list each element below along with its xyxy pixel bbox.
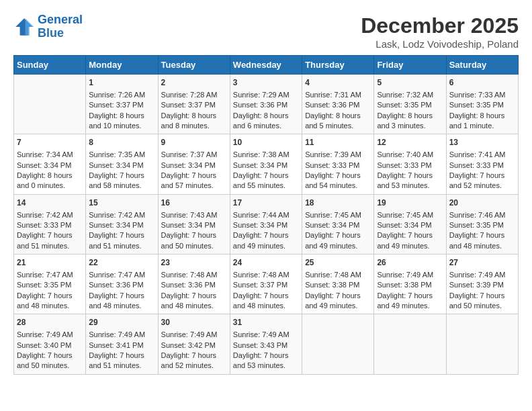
daylight-text: Daylight: 8 hours and 3 minutes. [377, 111, 443, 132]
calendar-cell: 24Sunrise: 7:48 AMSunset: 3:37 PMDayligh… [230, 255, 302, 314]
week-row-4: 28Sunrise: 7:49 AMSunset: 3:40 PMDayligh… [14, 314, 519, 374]
day-number: 11 [305, 137, 371, 148]
day-number: 17 [233, 197, 299, 209]
sunset-text: Sunset: 3:38 PM [377, 280, 443, 290]
calendar-cell: 15Sunrise: 7:42 AMSunset: 3:34 PMDayligh… [86, 194, 158, 254]
day-number: 6 [449, 77, 515, 89]
day-number: 5 [377, 77, 443, 89]
calendar-cell: 4Sunrise: 7:31 AMSunset: 3:36 PMDaylight… [302, 75, 374, 134]
daylight-text: Daylight: 7 hours and 55 minutes. [233, 171, 299, 191]
daylight-text: Daylight: 7 hours and 49 minutes. [377, 291, 443, 312]
week-row-2: 14Sunrise: 7:42 AMSunset: 3:33 PMDayligh… [14, 194, 519, 254]
sunset-text: Sunset: 3:36 PM [89, 280, 154, 290]
day-number: 9 [161, 137, 227, 148]
daylight-text: Daylight: 7 hours and 49 minutes. [305, 291, 371, 312]
sunrise-text: Sunrise: 7:35 AM [89, 150, 154, 160]
sunrise-text: Sunrise: 7:28 AM [161, 90, 227, 100]
header-wednesday: Wednesday [230, 56, 302, 75]
header-sunday: Sunday [14, 56, 86, 75]
calendar-cell: 26Sunrise: 7:49 AMSunset: 3:38 PMDayligh… [374, 255, 446, 314]
sunrise-text: Sunrise: 7:26 AM [89, 90, 154, 100]
sunset-text: Sunset: 3:35 PM [449, 100, 515, 110]
sunrise-text: Sunrise: 7:48 AM [161, 270, 227, 280]
sunset-text: Sunset: 3:35 PM [17, 280, 83, 290]
calendar-cell: 12Sunrise: 7:40 AMSunset: 3:33 PMDayligh… [374, 134, 446, 194]
sunset-text: Sunset: 3:39 PM [449, 280, 515, 290]
sunrise-text: Sunrise: 7:49 AM [233, 330, 299, 340]
sunrise-text: Sunrise: 7:48 AM [233, 270, 299, 280]
calendar-cell: 20Sunrise: 7:46 AMSunset: 3:35 PMDayligh… [446, 194, 518, 254]
calendar-cell: 31Sunrise: 7:49 AMSunset: 3:43 PMDayligh… [230, 314, 302, 374]
daylight-text: Daylight: 7 hours and 48 minutes. [161, 291, 227, 312]
daylight-text: Daylight: 7 hours and 48 minutes. [233, 291, 299, 312]
logo-line2: Blue [38, 26, 64, 40]
sunset-text: Sunset: 3:33 PM [305, 161, 371, 171]
daylight-text: Daylight: 7 hours and 49 minutes. [305, 230, 371, 251]
daylight-text: Daylight: 7 hours and 58 minutes. [89, 171, 154, 191]
daylight-text: Daylight: 7 hours and 50 minutes. [161, 230, 227, 251]
sunset-text: Sunset: 3:38 PM [305, 280, 371, 290]
sunset-text: Sunset: 3:36 PM [305, 100, 371, 110]
daylight-text: Daylight: 7 hours and 51 minutes. [17, 230, 83, 251]
sunrise-text: Sunrise: 7:38 AM [233, 150, 299, 160]
header-tuesday: Tuesday [158, 56, 230, 75]
calendar-cell: 10Sunrise: 7:38 AMSunset: 3:34 PMDayligh… [230, 134, 302, 194]
day-number: 24 [233, 257, 299, 269]
calendar-cell: 5Sunrise: 7:32 AMSunset: 3:35 PMDaylight… [374, 75, 446, 134]
day-number: 30 [161, 317, 227, 328]
sunrise-text: Sunrise: 7:33 AM [449, 90, 515, 100]
day-number: 16 [161, 197, 227, 209]
header-monday: Monday [86, 56, 158, 75]
daylight-text: Daylight: 7 hours and 53 minutes. [377, 171, 443, 191]
daylight-text: Daylight: 7 hours and 57 minutes. [161, 171, 227, 191]
sunrise-text: Sunrise: 7:40 AM [377, 150, 443, 160]
subtitle: Lask, Lodz Voivodeship, Poland [361, 38, 519, 50]
day-number: 4 [305, 77, 371, 89]
sunrise-text: Sunrise: 7:49 AM [449, 270, 515, 280]
header-thursday: Thursday [302, 56, 374, 75]
sunrise-text: Sunrise: 7:49 AM [89, 330, 154, 340]
day-number: 8 [89, 137, 154, 148]
day-number: 1 [89, 77, 154, 89]
calendar-cell: 6Sunrise: 7:33 AMSunset: 3:35 PMDaylight… [446, 75, 518, 134]
sunrise-text: Sunrise: 7:44 AM [233, 210, 299, 220]
sunrise-text: Sunrise: 7:43 AM [161, 210, 227, 220]
day-number: 29 [89, 317, 154, 328]
calendar-cell: 21Sunrise: 7:47 AMSunset: 3:35 PMDayligh… [14, 255, 86, 314]
day-number: 7 [17, 137, 83, 148]
calendar-cell: 22Sunrise: 7:47 AMSunset: 3:36 PMDayligh… [86, 255, 158, 314]
week-row-1: 7Sunrise: 7:34 AMSunset: 3:34 PMDaylight… [14, 134, 519, 194]
title-block: December 2025 Lask, Lodz Voivodeship, Po… [361, 13, 519, 50]
day-number: 10 [233, 137, 299, 148]
sunrise-text: Sunrise: 7:47 AM [89, 270, 154, 280]
week-row-0: 1Sunrise: 7:26 AMSunset: 3:37 PMDaylight… [14, 75, 519, 134]
sunrise-text: Sunrise: 7:46 AM [449, 210, 515, 220]
day-number: 25 [305, 257, 371, 269]
sunset-text: Sunset: 3:37 PM [233, 280, 299, 290]
day-number: 21 [17, 257, 83, 269]
sunset-text: Sunset: 3:34 PM [305, 220, 371, 230]
logo: General Blue [13, 13, 83, 40]
daylight-text: Daylight: 7 hours and 51 minutes. [89, 351, 154, 371]
header-saturday: Saturday [446, 56, 518, 75]
logo-icon [13, 16, 35, 38]
daylight-text: Daylight: 7 hours and 52 minutes. [161, 351, 227, 371]
calendar-cell: 30Sunrise: 7:49 AMSunset: 3:42 PMDayligh… [158, 314, 230, 374]
sunset-text: Sunset: 3:34 PM [89, 161, 154, 171]
sunset-text: Sunset: 3:35 PM [449, 220, 515, 230]
calendar-cell: 2Sunrise: 7:28 AMSunset: 3:37 PMDaylight… [158, 75, 230, 134]
daylight-text: Daylight: 8 hours and 1 minute. [449, 111, 515, 132]
calendar-cell: 8Sunrise: 7:35 AMSunset: 3:34 PMDaylight… [86, 134, 158, 194]
calendar-cell [302, 314, 374, 374]
day-number: 28 [17, 317, 83, 328]
sunrise-text: Sunrise: 7:29 AM [233, 90, 299, 100]
daylight-text: Daylight: 8 hours and 10 minutes. [89, 111, 154, 132]
daylight-text: Daylight: 7 hours and 51 minutes. [89, 230, 154, 251]
header-friday: Friday [374, 56, 446, 75]
daylight-text: Daylight: 7 hours and 48 minutes. [89, 291, 154, 312]
sunset-text: Sunset: 3:34 PM [161, 161, 227, 171]
sunset-text: Sunset: 3:41 PM [89, 340, 154, 351]
sunset-text: Sunset: 3:34 PM [161, 220, 227, 230]
sunset-text: Sunset: 3:33 PM [449, 161, 515, 171]
day-number: 20 [449, 197, 515, 209]
